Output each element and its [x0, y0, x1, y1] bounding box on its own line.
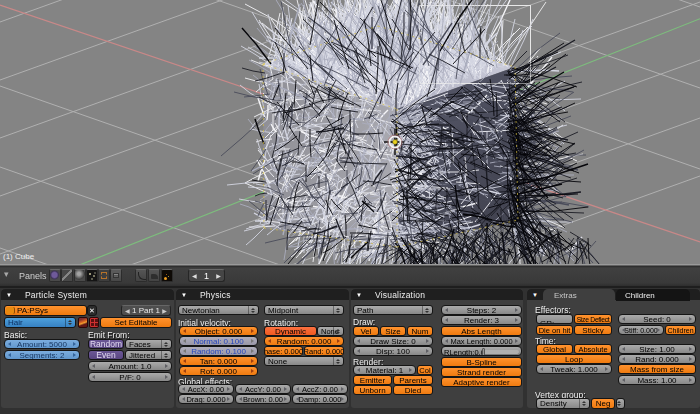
- svg-text:(1) Cube: (1) Cube: [3, 252, 35, 261]
